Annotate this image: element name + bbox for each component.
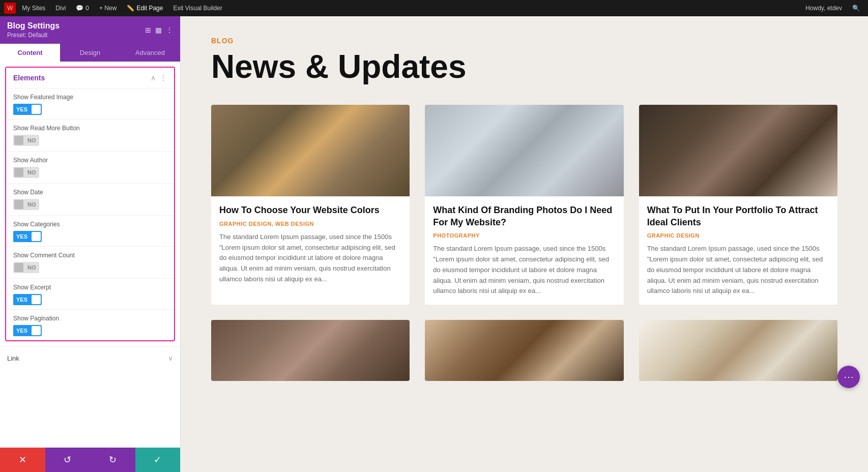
- tab-advanced[interactable]: Advanced: [120, 44, 180, 62]
- elements-header: Elements ∧ ⋮: [6, 68, 174, 88]
- redo-button[interactable]: ↻: [90, 448, 135, 472]
- sidebar-content: Elements ∧ ⋮ Show Featured Image YES: [0, 62, 180, 448]
- grid-icon[interactable]: ▦: [155, 26, 162, 34]
- comment-count-toggle[interactable]: NO: [13, 262, 39, 273]
- cancel-button[interactable]: ✕: [0, 448, 45, 472]
- card-image-2: [425, 105, 623, 196]
- divi-link[interactable]: Divi: [51, 3, 70, 14]
- card-content-2: What Kind Of Branding Photos Do I Need F…: [425, 196, 623, 305]
- blog-label: BLOG: [211, 37, 837, 45]
- my-sites-link[interactable]: My Sites: [18, 3, 49, 14]
- more-icon[interactable]: ⋮: [166, 26, 173, 34]
- more-options-icon[interactable]: ⋮: [160, 74, 167, 82]
- new-link[interactable]: + New: [95, 3, 121, 14]
- admin-bar: W My Sites Divi 💬 0 + New ✏️ Edit Page E…: [0, 0, 868, 16]
- card-content-3: What To Put In Your Portfolio To Attract…: [639, 196, 837, 305]
- blog-card-4[interactable]: [211, 320, 410, 381]
- undo-button[interactable]: ↺: [45, 448, 91, 472]
- tab-design[interactable]: Design: [60, 44, 120, 62]
- chevron-down-icon: ∨: [168, 354, 173, 362]
- read-more-label: Show Read More Button: [13, 125, 167, 132]
- card-category-1: GRAPHIC DESIGN, WEB DESIGN: [219, 221, 401, 227]
- page-title: News & Updates: [211, 49, 837, 84]
- card-content-1: How To Choose Your Website Colors GRAPHI…: [211, 196, 410, 292]
- blog-card-5[interactable]: [425, 320, 623, 381]
- elements-section: Elements ∧ ⋮ Show Featured Image YES: [5, 67, 175, 341]
- blog-card-2[interactable]: What Kind Of Branding Photos Do I Need F…: [425, 105, 623, 305]
- save-icon: ✓: [154, 454, 161, 465]
- sidebar: Blog Settings Preset: Default ⊞ ▦ ⋮ Cont…: [0, 16, 181, 472]
- categories-label: Show Categories: [13, 221, 167, 228]
- toggle-thumb: [32, 105, 41, 114]
- author-label: Show Author: [13, 157, 167, 164]
- card-title-3: What To Put In Your Portfolio To Attract…: [647, 204, 829, 228]
- featured-image-toggle[interactable]: YES: [13, 104, 42, 115]
- sidebar-tabs: Content Design Advanced: [0, 44, 180, 62]
- categories-toggle[interactable]: YES: [13, 231, 42, 242]
- sidebar-footer: ✕ ↺ ↻ ✓: [0, 448, 180, 472]
- toggle-no-label: NO: [24, 137, 39, 143]
- sidebar-header: Blog Settings Preset: Default ⊞ ▦ ⋮: [0, 16, 180, 44]
- sidebar-title: Blog Settings: [7, 21, 60, 31]
- toggle-no-label: NO: [24, 169, 39, 175]
- blog-grid: How To Choose Your Website Colors GRAPHI…: [211, 105, 837, 305]
- pagination-toggle[interactable]: YES: [13, 325, 42, 336]
- blog-grid-bottom: [211, 320, 837, 381]
- blog-card-1[interactable]: How To Choose Your Website Colors GRAPHI…: [211, 105, 410, 305]
- undo-icon: ↺: [64, 454, 71, 465]
- card-image-1: [211, 105, 410, 196]
- edit-page-link[interactable]: ✏️ Edit Page: [123, 3, 167, 14]
- comment-count-label: Show Comment Count: [13, 252, 167, 259]
- main-layout: Blog Settings Preset: Default ⊞ ▦ ⋮ Cont…: [0, 16, 868, 472]
- author-row: Show Author NO: [6, 151, 174, 183]
- toggle-thumb: [14, 263, 23, 272]
- search-icon[interactable]: 🔍: [848, 3, 864, 14]
- blog-card-3[interactable]: What To Put In Your Portfolio To Attract…: [639, 105, 837, 305]
- collapse-icon[interactable]: ∧: [151, 74, 156, 82]
- card-category-3: GRAPHIC DESIGN: [647, 232, 829, 239]
- wordpress-icon[interactable]: W: [4, 3, 16, 14]
- plus-icon: ⋯: [844, 371, 854, 383]
- card-image-5: [425, 320, 623, 381]
- blog-card-6[interactable]: [639, 320, 837, 381]
- toggle-yes-label: YES: [13, 294, 31, 305]
- excerpt-toggle[interactable]: YES: [13, 294, 42, 305]
- sidebar-preset[interactable]: Preset: Default: [7, 32, 60, 39]
- link-section[interactable]: Link ∨: [0, 346, 180, 369]
- redo-icon: ↻: [109, 454, 117, 465]
- toggle-thumb: [32, 232, 41, 241]
- date-row: Show Date NO: [6, 183, 174, 215]
- read-more-toggle[interactable]: NO: [13, 135, 39, 146]
- author-toggle[interactable]: NO: [13, 167, 39, 178]
- comment-count-row: Show Comment Count NO: [6, 246, 174, 278]
- date-toggle[interactable]: NO: [13, 199, 39, 210]
- comment-icon: 💬: [76, 5, 83, 12]
- toggle-no-label: NO: [24, 264, 39, 271]
- categories-row: Show Categories YES: [6, 215, 174, 246]
- tab-content[interactable]: Content: [0, 44, 60, 62]
- excerpt-row: Show Excerpt YES: [6, 278, 174, 309]
- add-section-button[interactable]: ⋯: [837, 366, 860, 388]
- exit-builder-link[interactable]: Exit Visual Builder: [169, 3, 226, 14]
- toggle-thumb: [32, 295, 41, 304]
- toggle-yes-label: YES: [13, 325, 31, 336]
- date-label: Show Date: [13, 189, 167, 196]
- card-excerpt-3: The standard Lorem Ipsum passage, used s…: [647, 244, 829, 297]
- card-title-2: What Kind Of Branding Photos Do I Need F…: [433, 204, 615, 228]
- read-more-row: Show Read More Button NO: [6, 119, 174, 151]
- card-image-3: [639, 105, 837, 196]
- elements-title: Elements: [13, 74, 45, 82]
- save-button[interactable]: ✓: [135, 448, 181, 472]
- comments-link[interactable]: 💬 0: [72, 3, 93, 14]
- pagination-label: Show Pagination: [13, 315, 167, 322]
- sidebar-header-icons: ⊞ ▦ ⋮: [145, 26, 173, 34]
- excerpt-label: Show Excerpt: [13, 284, 167, 291]
- toggle-thumb: [14, 168, 23, 177]
- toggle-no-label: NO: [24, 201, 39, 208]
- howdy-text: Howdy, etdev: [801, 3, 846, 14]
- featured-image-row: Show Featured Image YES: [6, 88, 174, 119]
- content-area: BLOG News & Updates How To Choose Your W…: [181, 16, 868, 472]
- link-label: Link: [7, 355, 19, 362]
- toggle-thumb: [14, 136, 23, 145]
- responsive-icon[interactable]: ⊞: [145, 26, 151, 34]
